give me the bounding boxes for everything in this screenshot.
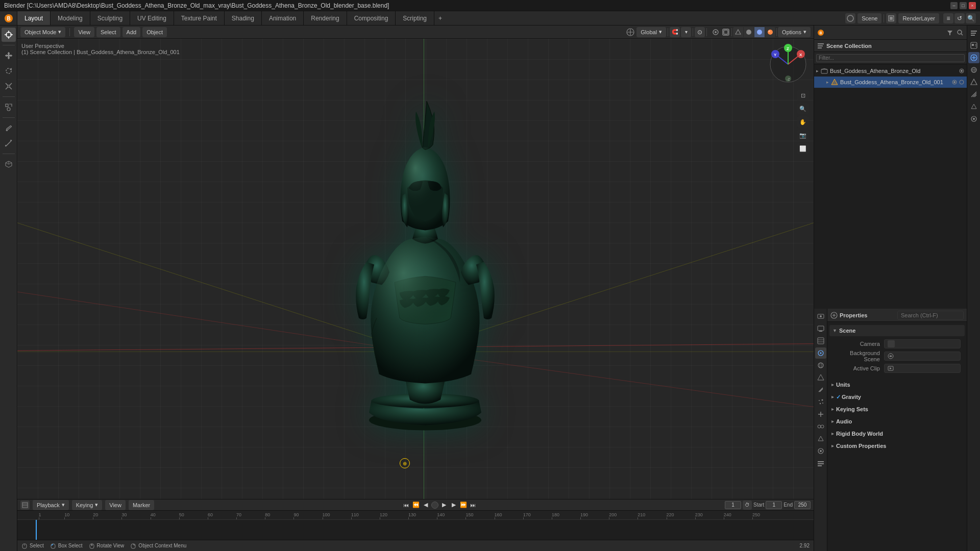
output-prop-icon[interactable] xyxy=(815,323,826,334)
record-button[interactable] xyxy=(431,502,438,509)
xray-toggle-icon[interactable] xyxy=(721,28,730,37)
current-frame-input[interactable] xyxy=(725,501,741,509)
constraints-prop-icon[interactable] xyxy=(815,421,826,432)
object-prop-icon[interactable] xyxy=(815,372,826,383)
navigation-gizmo[interactable]: X Y Z -Z xyxy=(768,44,808,85)
outliner-type-icon[interactable] xyxy=(968,28,979,39)
lookdev-shading-button[interactable] xyxy=(754,27,765,37)
prev-frame-button[interactable]: ◀ xyxy=(422,501,430,509)
section-custom-properties[interactable]: ▸Custom Properties xyxy=(829,440,965,452)
timeline-track[interactable] xyxy=(17,520,814,540)
add-cube-tool[interactable] xyxy=(2,157,16,171)
shaderfx-prop-icon[interactable] xyxy=(815,458,826,469)
view-menu-timeline[interactable]: View xyxy=(105,500,126,510)
filter-icon-outliner[interactable] xyxy=(946,29,953,36)
visibility-icon[interactable] xyxy=(959,68,965,74)
playback-menu[interactable]: Playback ▾ xyxy=(33,500,69,510)
background-scene-value[interactable] xyxy=(884,352,961,361)
snap-toggle[interactable]: 🧲 xyxy=(670,27,680,37)
keying-menu[interactable]: Keying ▾ xyxy=(72,500,103,510)
tab-shading[interactable]: Shading xyxy=(225,11,262,25)
tab-modeling[interactable]: Modeling xyxy=(51,11,90,25)
tab-texture-paint[interactable]: Texture Paint xyxy=(174,11,225,25)
tab-compositing[interactable]: Compositing xyxy=(347,11,396,25)
section-checkbox[interactable]: ✓ xyxy=(836,394,841,400)
object-mode-dropdown[interactable]: Object Mode ▾ xyxy=(20,27,65,37)
data-prop-icon[interactable] xyxy=(815,433,826,444)
filter-icon[interactable]: ≡ xyxy=(943,13,953,23)
tab-layout[interactable]: Layout xyxy=(17,11,51,25)
transform-orientation-dropdown[interactable]: Global ▾ xyxy=(636,27,666,37)
playhead[interactable] xyxy=(36,520,37,540)
scene-props-icon[interactable] xyxy=(968,52,979,63)
transform-tool[interactable] xyxy=(2,100,16,114)
scene-selector[interactable]: Scene xyxy=(857,13,881,23)
close-button[interactable]: × xyxy=(969,2,976,9)
minimize-button[interactable]: – xyxy=(950,2,958,9)
zoom-to-fit-button[interactable]: ⊡ xyxy=(797,90,808,101)
section-units[interactable]: ▸Units xyxy=(829,379,965,390)
end-frame-input[interactable] xyxy=(794,501,811,509)
render-prop-icon[interactable] xyxy=(815,311,826,322)
search-icon[interactable]: 🔍 xyxy=(966,13,976,23)
rendered-shading-button[interactable] xyxy=(765,27,775,37)
modifier-props-icon[interactable] xyxy=(968,89,979,100)
render-visibility-icon[interactable] xyxy=(959,79,965,85)
section-gravity[interactable]: ▸✓Gravity xyxy=(829,391,965,403)
data-props-icon[interactable] xyxy=(968,101,979,112)
prev-keyframe-button[interactable]: ⏪ xyxy=(412,501,420,509)
tab-sculpting[interactable]: Sculpting xyxy=(90,11,130,25)
wireframe-shading-button[interactable] xyxy=(733,27,743,37)
section-keying-sets[interactable]: ▸Keying Sets xyxy=(829,404,965,415)
frame-all-button[interactable]: ⬜ xyxy=(797,143,808,154)
add-workspace-button[interactable]: + xyxy=(434,11,446,25)
properties-type-icon[interactable] xyxy=(968,40,979,51)
proportional-edit-toggle[interactable]: ⊙ xyxy=(695,27,705,37)
tab-rendering[interactable]: Rendering xyxy=(304,11,347,25)
scene-section-header[interactable]: ▼ Scene xyxy=(829,325,965,336)
props-search-input[interactable] xyxy=(897,311,964,320)
camera-view-button[interactable]: 📷 xyxy=(797,130,808,141)
outliner-item-collection[interactable]: ▸ Bust_Goddess_Athena_Bronze_Old xyxy=(814,65,967,77)
scale-tool[interactable] xyxy=(2,79,16,93)
solid-shading-button[interactable] xyxy=(744,27,754,37)
fps-button[interactable]: ⏱ xyxy=(743,500,752,510)
marker-menu[interactable]: Marker xyxy=(129,500,154,510)
add-menu[interactable]: Add xyxy=(122,27,141,37)
object-props-icon[interactable] xyxy=(968,77,979,88)
physics-prop-icon[interactable] xyxy=(815,409,826,420)
view-layer-prop-icon[interactable] xyxy=(815,335,826,346)
view-menu[interactable]: View xyxy=(74,27,94,37)
world-props-icon[interactable] xyxy=(968,64,979,76)
annotate-tool[interactable] xyxy=(2,121,16,135)
jump-end-button[interactable]: ⏭ xyxy=(469,501,477,509)
outliner-item-mesh[interactable]: ▸ Bust_Goddess_Athena_Bronze_Old_001 xyxy=(814,77,967,88)
rotate-tool[interactable] xyxy=(2,64,16,78)
tab-animation[interactable]: Animation xyxy=(262,11,304,25)
object-menu[interactable]: Object xyxy=(142,27,167,37)
cursor-tool[interactable] xyxy=(2,28,16,42)
active-clip-value[interactable] xyxy=(884,364,961,373)
modifier-prop-icon[interactable] xyxy=(815,384,826,395)
tab-uv-editing[interactable]: UV Editing xyxy=(130,11,174,25)
measure-tool[interactable] xyxy=(2,136,16,151)
move-tool[interactable] xyxy=(2,48,16,63)
mesh-visibility-icon[interactable] xyxy=(951,79,958,85)
scene-prop-icon[interactable] xyxy=(815,347,826,359)
world-prop-icon[interactable] xyxy=(815,360,826,371)
render-layer-selector[interactable]: RenderLayer xyxy=(898,13,939,23)
snap-type[interactable]: ▾ xyxy=(681,27,691,37)
material-props-icon[interactable] xyxy=(968,113,979,124)
overlays-icon[interactable] xyxy=(711,28,720,37)
next-keyframe-button[interactable]: ⏩ xyxy=(459,501,468,509)
outliner-filter-input[interactable] xyxy=(816,54,965,62)
zoom-button[interactable]: 🔍 xyxy=(797,103,808,114)
camera-value[interactable] xyxy=(884,339,961,348)
material-prop-icon[interactable] xyxy=(815,445,826,457)
sync-icon[interactable]: ↺ xyxy=(954,13,965,23)
section-rigid-body world[interactable]: ▸Rigid Body World xyxy=(829,428,965,439)
particles-prop-icon[interactable] xyxy=(815,396,826,408)
play-button[interactable]: ▶ xyxy=(440,501,448,509)
options-dropdown[interactable]: Options ▾ xyxy=(778,27,811,37)
select-menu[interactable]: Select xyxy=(96,27,120,37)
